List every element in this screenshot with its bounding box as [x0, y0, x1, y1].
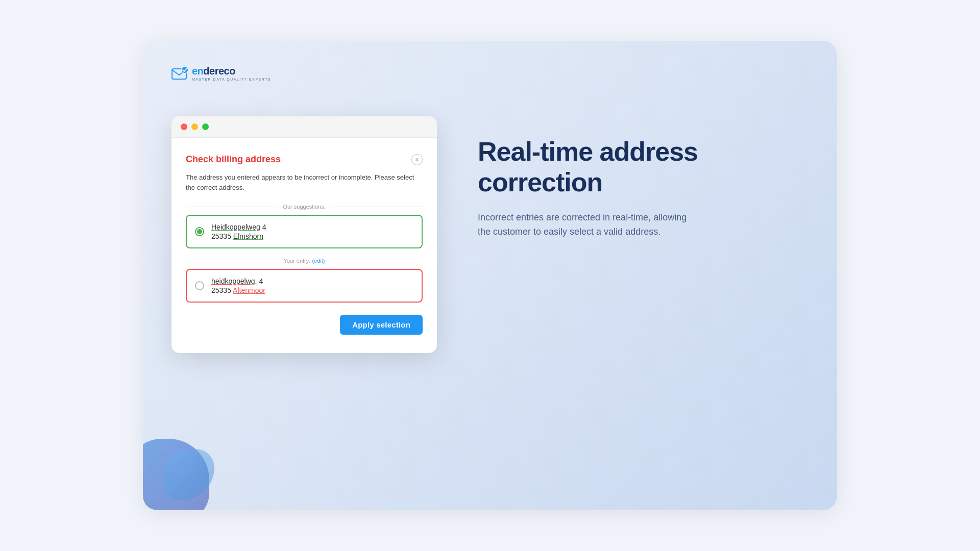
edit-link[interactable]: (edit)	[312, 258, 325, 264]
entry-divider-line-right	[329, 261, 423, 261]
browser-titlebar	[172, 116, 437, 138]
left-panel: Check billing address × The address you …	[172, 116, 437, 353]
suggested-city: Elmshorn	[233, 232, 263, 240]
logo-prefix: en	[192, 65, 203, 77]
blob-container	[143, 408, 245, 510]
headline: Real-time addresscorrection	[478, 137, 808, 198]
logo-text: endereco MASTER DATA QUALITY EXPERTS	[192, 65, 271, 81]
user-city: Altenmoor	[233, 286, 265, 294]
suggested-address-option[interactable]: Heidkoppelweg 4 25335 Elmshorn	[186, 215, 423, 248]
apply-selection-button[interactable]: Apply selection	[340, 315, 423, 335]
close-button[interactable]: ×	[411, 154, 423, 165]
suggested-street-line: Heidkoppelweg 4	[211, 223, 266, 231]
dialog-description: The address you entered appears to be in…	[186, 172, 423, 192]
user-street-line: heidkoppelwg, 4	[211, 277, 265, 285]
suggested-number-val: 4	[262, 223, 266, 231]
blob-1	[143, 439, 209, 510]
suggested-city-line: 25335 Elmshorn	[211, 232, 266, 240]
logo-suffix: dereco	[203, 65, 235, 77]
traffic-light-green[interactable]	[202, 123, 209, 130]
apply-button-row: Apply selection	[186, 315, 423, 335]
suggested-zip: 25335	[211, 232, 231, 240]
subtext: Incorrect entries are corrected in real-…	[478, 210, 692, 240]
user-number: 4	[259, 277, 263, 285]
browser-window: Check billing address × The address you …	[172, 116, 437, 353]
browser-content: Check billing address × The address you …	[172, 138, 437, 353]
suggestions-divider: Our suggestions:	[186, 204, 423, 210]
dialog-title: Check billing address	[186, 154, 281, 165]
suggested-address-text: Heidkoppelweg 4 25335 Elmshorn	[211, 223, 266, 240]
right-panel: Real-time addresscorrection Incorrect en…	[437, 137, 808, 239]
logo-tagline: MASTER DATA QUALITY EXPERTS	[192, 78, 271, 81]
your-entry-label: Your entry: (edit)	[284, 258, 325, 264]
logo-brand: endereco	[192, 65, 271, 77]
your-entry-label-text: Your entry:	[284, 258, 311, 264]
user-street: heidkoppelwg,	[211, 277, 257, 285]
radio-selected[interactable]	[195, 227, 204, 236]
outer-card: endereco MASTER DATA QUALITY EXPERTS Che…	[143, 41, 837, 510]
dialog-header: Check billing address ×	[186, 154, 423, 165]
logo-icon	[172, 66, 189, 81]
traffic-light-red[interactable]	[181, 123, 187, 130]
traffic-light-yellow[interactable]	[191, 123, 198, 130]
user-address-text: heidkoppelwg, 4 25335 Altenmoor	[211, 277, 265, 294]
user-city-line: 25335 Altenmoor	[211, 286, 265, 294]
radio-unselected[interactable]	[195, 281, 204, 290]
user-zip: 25335	[211, 286, 231, 294]
logo-area: endereco MASTER DATA QUALITY EXPERTS	[172, 65, 271, 81]
your-entry-section: Your entry: (edit) heidkoppelwg, 4	[186, 258, 423, 303]
divider-line-right	[331, 207, 423, 207]
suggestions-label: Our suggestions:	[283, 204, 325, 210]
divider-line-left	[186, 207, 278, 207]
suggested-street: Heidkoppelweg	[211, 223, 260, 231]
blob-2	[163, 449, 214, 500]
your-entry-divider: Your entry: (edit)	[186, 258, 423, 264]
radio-inner	[197, 229, 202, 234]
entry-divider-line-left	[186, 261, 280, 261]
user-entry-address-option[interactable]: heidkoppelwg, 4 25335 Altenmoor	[186, 269, 423, 303]
